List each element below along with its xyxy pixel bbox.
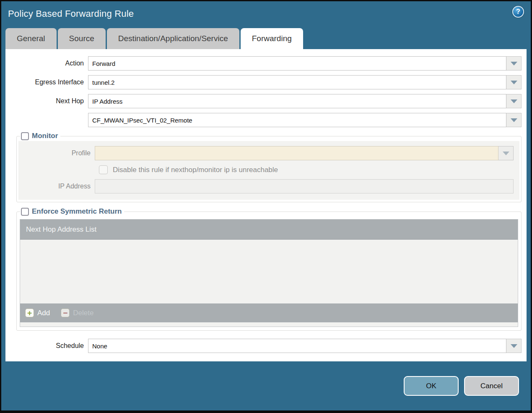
dialog-footer: OK Cancel [1,361,531,410]
next-hop-type-select[interactable] [88,94,506,108]
monitor-panel: Profile Disable this rule if nexthop/mon… [18,141,519,200]
plus-icon: + [25,308,34,317]
action-label: Action [5,60,88,67]
monitor-ip-address-label: IP Address [18,183,95,190]
schedule-label: Schedule [5,342,88,350]
delete-button: − Delete [61,308,93,317]
tab-general[interactable]: General [5,28,57,49]
egress-interface-select[interactable] [88,75,506,89]
tab-forwarding[interactable]: Forwarding [241,28,303,49]
action-dropdown-button[interactable] [506,56,522,71]
chevron-down-icon [511,344,517,348]
profile-dropdown-button [498,146,514,160]
schedule-row: Schedule [5,339,522,353]
chevron-down-icon [511,81,517,84]
next-hop-address-select[interactable] [88,113,506,127]
cancel-button[interactable]: Cancel [464,376,519,396]
chevron-down-icon [511,99,517,103]
action-row: Action [5,56,522,71]
next-hop-address-list-header-label: Next Hop Address List [26,225,96,234]
tab-source[interactable]: Source [58,28,106,49]
disable-rule-row: Disable this rule if nexthop/monitor ip … [99,165,514,174]
dialog-titlebar: Policy Based Forwarding Rule ? [1,1,531,26]
next-hop-type-dropdown-button[interactable] [506,94,522,108]
profile-select [95,146,498,160]
ok-button[interactable]: OK [404,376,459,396]
monitor-ip-address-row: IP Address [18,179,514,193]
tab-destination-application-service[interactable]: Destination/Application/Service [107,28,239,49]
schedule-select[interactable] [88,339,506,353]
next-hop-address-row [5,113,522,127]
chevron-down-icon [503,152,509,155]
disable-rule-label: Disable this rule if nexthop/monitor ip … [113,166,278,174]
egress-interface-row: Egress Interface [5,75,522,89]
enforce-symmetric-return-label: Enforce Symmetric Return [32,207,122,216]
add-button[interactable]: + Add [25,308,50,317]
chevron-down-icon [511,62,517,65]
monitor-legend-label: Monitor [32,132,58,140]
dialog-title: Policy Based Forwarding Rule [8,8,134,19]
monitor-legend: Monitor [20,132,60,140]
delete-button-label: Delete [73,309,93,317]
next-hop-address-list-table: Next Hop Address List + Add − Delete [20,219,518,327]
enforce-symmetric-return-section: Enforce Symmetric Return Next Hop Addres… [16,207,522,331]
help-icon[interactable]: ? [512,6,524,18]
tab-bar: General Source Destination/Application/S… [1,26,531,49]
next-hop-label: Next Hop [5,97,88,105]
egress-interface-label: Egress Interface [5,78,88,86]
profile-row: Profile [18,146,514,160]
next-hop-address-list-body[interactable] [20,240,518,303]
add-button-label: Add [37,309,50,317]
action-select[interactable] [88,56,506,71]
next-hop-address-list-toolbar: + Add − Delete [20,303,518,322]
policy-based-forwarding-dialog: Policy Based Forwarding Rule ? General S… [0,0,532,413]
next-hop-address-list-header: Next Hop Address List [20,220,518,240]
chevron-down-icon [511,118,517,122]
schedule-dropdown-button[interactable] [506,339,522,353]
monitor-ip-address-input [95,179,514,193]
profile-label: Profile [18,149,95,157]
disable-rule-checkbox [99,165,108,174]
next-hop-address-dropdown-button[interactable] [506,113,522,127]
forwarding-tab-panel: Action Egress Interface Next Hop [5,49,527,361]
enforce-symmetric-return-checkbox[interactable] [21,208,29,216]
egress-interface-dropdown-button[interactable] [506,75,522,89]
minus-icon: − [61,308,70,317]
monitor-section: Monitor Profile Disable this rule if nex… [16,132,522,202]
monitor-checkbox[interactable] [21,132,29,140]
next-hop-row: Next Hop [5,94,522,108]
enforce-symmetric-return-legend: Enforce Symmetric Return [20,207,124,216]
next-hop-address-list-scroll-strip [20,322,518,327]
